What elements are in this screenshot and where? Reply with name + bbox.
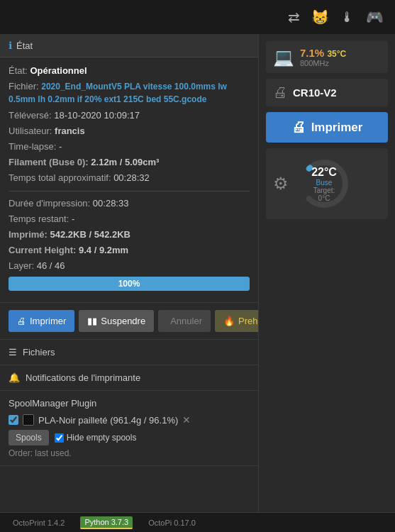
filament-label: Filament (Buse 0): bbox=[9, 157, 89, 167]
divider-1 bbox=[9, 191, 250, 192]
list-icon: ☰ bbox=[9, 347, 17, 358]
print-btn-label: Imprimer bbox=[311, 121, 363, 135]
printer-icon-btn: 🖨 bbox=[17, 316, 26, 326]
cpu-freq: 800MHz bbox=[300, 59, 346, 67]
televerse-value: 18-10-2020 10:09:17 bbox=[54, 110, 140, 121]
cpu-info: 7.1% 35°C 800MHz bbox=[300, 47, 346, 67]
utilisateur-line: Utilisateur: francis bbox=[9, 125, 250, 138]
octopi-badge: OctoPi 0.17.0 bbox=[144, 517, 200, 528]
footer: OctoPrint 1.4.2 Python 3.7.3 OctoPi 0.17… bbox=[0, 512, 395, 532]
file-line: Fichier: 2020_End_MountV5 PLA vitesse 10… bbox=[9, 80, 250, 106]
printer-card: 🖨 CR10-V2 bbox=[266, 79, 388, 106]
height-line: Current Height: 9.4 / 9.2mm bbox=[9, 244, 250, 257]
cpu-temp: 35°C bbox=[327, 49, 346, 59]
action-buttons: 🖨 Imprimer ▮▮ Suspendre Annuler 🔥 Prehea… bbox=[0, 303, 258, 340]
preheat-button[interactable]: 🔥 Preheat bbox=[215, 310, 259, 332]
timelapse-label: Time-lapse: bbox=[9, 141, 56, 152]
timelapse-line: Time-lapse: - bbox=[9, 140, 250, 153]
annuler-button[interactable]: Annuler bbox=[158, 310, 211, 332]
hide-empty-checkbox[interactable] bbox=[55, 433, 64, 443]
fichiers-label: Fichiers bbox=[23, 347, 55, 358]
cpu-icon: 💻 bbox=[273, 48, 294, 67]
right-panel: 💻 7.1% 35°C 800MHz 🖨 CR10-V2 🖨 Imprimer … bbox=[259, 34, 395, 512]
imprime-label: Imprimé: bbox=[9, 229, 48, 240]
cpu-percentage: 7.1% bbox=[300, 47, 324, 59]
height-value: 9.4 / 9.2mm bbox=[79, 245, 128, 255]
gamepad-icon[interactable]: 🎮 bbox=[366, 9, 384, 26]
duree-line: Durée d'impression: 00:28:33 bbox=[9, 197, 250, 210]
temps-total-value: 00:28:32 bbox=[113, 172, 150, 183]
main-layout: ℹ État État: Opérationnel Fichier: 2020_… bbox=[0, 34, 395, 512]
height-label: Current Height: bbox=[9, 245, 76, 255]
filament-value: 2.12m / 5.09cm³ bbox=[91, 157, 159, 167]
spool-manager-section: SpoolManager Plugin PLA-Noir pailleté (9… bbox=[0, 391, 258, 466]
spool-manager-title: SpoolManager Plugin bbox=[9, 398, 250, 409]
smiley-icon[interactable]: 😸 bbox=[311, 9, 329, 26]
imprime-line: Imprimé: 542.2KB / 542.2KB bbox=[9, 228, 250, 241]
temperature-icon[interactable]: 🌡 bbox=[340, 9, 355, 26]
fichier-label: Fichier: bbox=[9, 81, 41, 92]
temperature-gauge: 22°C Buse Target: 0°C bbox=[296, 155, 352, 212]
python-badge: Python 3.7.3 bbox=[80, 516, 133, 529]
printer-icon: 🖨 bbox=[273, 84, 287, 101]
imprimer-button[interactable]: 🖨 Imprimer bbox=[9, 310, 74, 332]
spool-item: PLA-Noir pailleté (961.4g / 96.1%) ✕ bbox=[9, 414, 250, 426]
state-section-title: État bbox=[16, 40, 33, 51]
timelapse-value: - bbox=[59, 141, 62, 152]
filament-line: Filament (Buse 0): 2.12m / 5.09cm³ bbox=[9, 156, 250, 169]
hide-empty-label: Hide empty spools bbox=[55, 433, 137, 443]
temps-total-line: Temps total approximatif: 00:28:32 bbox=[9, 172, 250, 184]
gauge-buse-label: Buse bbox=[310, 179, 338, 187]
state-section-header: ℹ État bbox=[0, 34, 258, 57]
spools-button[interactable]: Spools bbox=[9, 430, 49, 445]
layer-label: Layer: bbox=[9, 260, 34, 271]
layer-value: 46 / 46 bbox=[37, 260, 65, 271]
notifications-label: Notifications de l'imprimante bbox=[26, 372, 140, 383]
gauge-text: 22°C Buse Target: 0°C bbox=[310, 166, 338, 202]
cpu-stats: 7.1% 35°C bbox=[300, 47, 346, 59]
gauge-target-value: Target: 0°C bbox=[310, 187, 338, 202]
spool-checkbox[interactable] bbox=[9, 415, 18, 425]
progress-bar-label: 100% bbox=[9, 277, 250, 291]
pause-icon: ▮▮ bbox=[87, 316, 97, 326]
usb-icon[interactable]: ⇄ bbox=[288, 9, 300, 26]
layer-line: Layer: 46 / 46 bbox=[9, 260, 250, 272]
temps-restant-label: Temps restant: bbox=[9, 214, 69, 224]
state-label: État: bbox=[9, 65, 28, 76]
fichiers-section: ☰ Fichiers bbox=[0, 340, 258, 365]
spool-color-swatch bbox=[23, 414, 34, 426]
progress-bar-container: 100% bbox=[9, 277, 250, 291]
right-print-button[interactable]: 🖨 Imprimer bbox=[266, 112, 388, 143]
fire-icon: 🔥 bbox=[223, 316, 235, 326]
televerse-line: Téléversé: 18-10-2020 10:09:17 bbox=[9, 109, 250, 122]
fichiers-header[interactable]: ☰ Fichiers bbox=[0, 340, 258, 365]
duree-label: Durée d'impression: bbox=[9, 198, 90, 209]
temps-total-label: Temps total approximatif: bbox=[9, 172, 111, 183]
state-value: Opérationnel bbox=[30, 65, 87, 76]
temperature-card: ⚙ 22°C Buse Target: 0°C bbox=[266, 148, 388, 219]
spool-close-button[interactable]: ✕ bbox=[182, 414, 191, 426]
imprime-value: 542.2KB / 542.2KB bbox=[50, 229, 130, 240]
spool-controls: Spools Hide empty spools bbox=[9, 430, 250, 445]
print-btn-icon: 🖨 bbox=[291, 119, 306, 135]
spool-name: PLA-Noir pailleté (961.4g / 96.1%) bbox=[38, 415, 178, 426]
gauge-temp-value: 22°C bbox=[310, 166, 338, 179]
state-status-line: État: Opérationnel bbox=[9, 65, 250, 77]
televerse-label: Téléversé: bbox=[9, 110, 52, 121]
temps-restant-value: - bbox=[72, 214, 74, 224]
printer-name: CR10-V2 bbox=[293, 87, 337, 99]
temps-restant-line: Temps restant: - bbox=[9, 213, 250, 226]
utilisateur-label: Utilisateur: bbox=[9, 126, 52, 136]
notifications-section: 🔔 Notifications de l'imprimante bbox=[0, 365, 258, 391]
cpu-card: 💻 7.1% 35°C 800MHz bbox=[266, 41, 388, 73]
utilisateur-value: francis bbox=[55, 126, 85, 136]
notifications-header[interactable]: 🔔 Notifications de l'imprimante bbox=[0, 365, 258, 390]
info-icon: ℹ bbox=[9, 40, 12, 51]
octoprint-badge: OctoPrint 1.4.2 bbox=[9, 517, 69, 528]
suspendre-button[interactable]: ▮▮ Suspendre bbox=[79, 310, 154, 332]
file-name: 2020_End_MountV5 PLA vitesse 100.0mms lw… bbox=[9, 82, 227, 104]
duree-value: 00:28:33 bbox=[93, 198, 129, 209]
left-panel: ℹ État État: Opérationnel Fichier: 2020_… bbox=[0, 34, 259, 512]
top-nav: ⇄ 😸 🌡 🎮 bbox=[0, 0, 395, 34]
bell-icon: 🔔 bbox=[9, 372, 20, 383]
